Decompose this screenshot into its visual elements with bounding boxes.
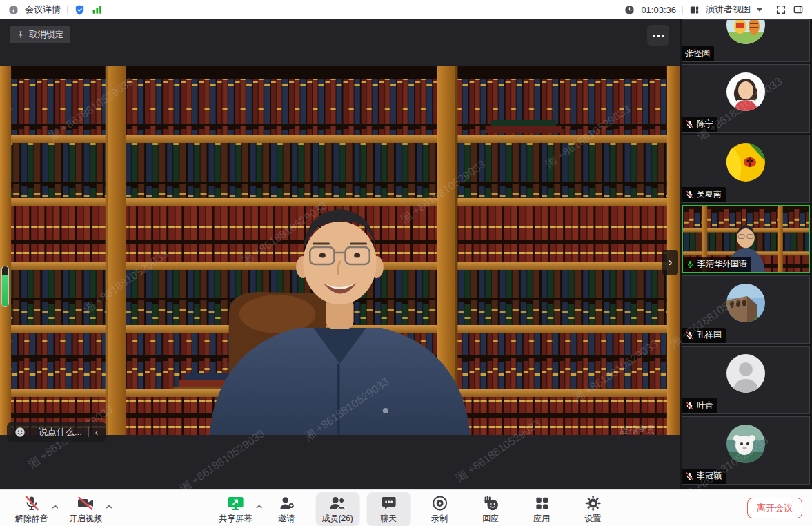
- mic-muted-icon: [685, 190, 694, 199]
- settings-gear-icon: [584, 494, 601, 512]
- mic-muted-icon: [685, 401, 694, 410]
- toolbar-item-label: 解除静音: [15, 513, 48, 525]
- start-video-button[interactable]: 开启视频: [63, 492, 108, 526]
- mic-muted-icon: [23, 494, 40, 512]
- toolbar-item-label: 应用: [533, 513, 550, 525]
- toolbar-item-label: 设置: [584, 513, 601, 525]
- participant-name: 李清华外国语: [697, 258, 747, 270]
- network-signal-icon[interactable]: [92, 5, 103, 14]
- mic-muted-icon: [685, 119, 694, 128]
- reaction-button[interactable]: 回应: [468, 492, 513, 526]
- participant-nametag: 吴夏南: [682, 187, 726, 202]
- divider: [88, 427, 89, 437]
- security-shield-icon[interactable]: [74, 4, 86, 16]
- participant-name: 李冠颖: [697, 470, 722, 482]
- layout-view-icon: [689, 5, 700, 15]
- info-icon[interactable]: [8, 5, 19, 15]
- toolbar-item-label: 开启视频: [69, 513, 102, 525]
- toolbar-item-label: 成员(26): [321, 513, 353, 525]
- participant-name: 吴夏南: [697, 188, 722, 200]
- divider: [682, 6, 683, 14]
- participant-nametag: 张怪陶: [682, 46, 714, 61]
- participant-nametag: 孔祥国: [682, 328, 726, 343]
- bottom-toolbar: 解除静音 开启视频 共享屏幕: [0, 489, 812, 526]
- avatar: [726, 354, 765, 393]
- virtual-background-label: 虚拟背景: [620, 424, 655, 436]
- chevron-down-icon[interactable]: [757, 8, 762, 12]
- participant-name: 叶青: [697, 400, 713, 411]
- chevron-left-icon[interactable]: ‹: [95, 427, 99, 437]
- unlock-button[interactable]: 取消锁定: [10, 26, 70, 43]
- participant-nametag: 叶青: [682, 398, 717, 413]
- view-mode-label[interactable]: 演讲者视图: [706, 3, 751, 16]
- pin-icon: [17, 30, 25, 39]
- emoji-icon[interactable]: [14, 427, 26, 438]
- participant-name: 陈宁: [697, 118, 713, 130]
- chat-icon: [380, 494, 397, 512]
- members-button[interactable]: 成员(26): [315, 492, 359, 526]
- settings-button[interactable]: 设置: [571, 492, 615, 526]
- more-options-button[interactable]: [647, 25, 669, 46]
- apps-icon: [534, 494, 549, 512]
- audio-level-indicator: [1, 266, 9, 307]
- unmute-button[interactable]: 解除静音: [10, 492, 54, 526]
- toolbar-item-label: 录制: [431, 513, 448, 525]
- chevron-up-icon[interactable]: [106, 500, 112, 512]
- participant-tile[interactable]: 孔祥国: [682, 275, 810, 344]
- chat-button[interactable]: 聊天: [366, 492, 410, 526]
- main-stage: 取消锁定 说点什么... ‹ 虚拟背景 ›: [0, 19, 680, 490]
- toolbar-item-label: 聊天: [380, 513, 397, 525]
- members-icon: [328, 494, 346, 512]
- divider: [67, 6, 68, 14]
- chevron-up-icon[interactable]: [255, 500, 262, 512]
- share-screen-button[interactable]: 共享屏幕: [213, 492, 257, 526]
- avatar: [726, 19, 765, 44]
- participant-tile[interactable]: 张怪陶: [682, 19, 810, 62]
- toolbar-item-label: 回应: [482, 513, 499, 525]
- avatar: [726, 425, 765, 463]
- leave-meeting-button[interactable]: 离开会议: [747, 498, 802, 518]
- speaker-video: [0, 66, 680, 435]
- avatar: [726, 72, 765, 111]
- apps-button[interactable]: 应用: [519, 492, 564, 526]
- meeting-window: 会议详情 01:03:36 演讲者视图: [0, 0, 812, 526]
- mic-muted-icon: [685, 331, 694, 340]
- collapse-sidebar-button[interactable]: ›: [662, 250, 678, 275]
- clock-icon: [624, 5, 635, 15]
- audio-level-fill: [2, 275, 8, 306]
- chat-input-placeholder[interactable]: 说点什么...: [39, 426, 82, 438]
- fullscreen-icon[interactable]: [775, 4, 786, 15]
- meeting-details-label[interactable]: 会议详情: [25, 3, 61, 16]
- mic-active-icon: [686, 260, 695, 269]
- participant-name: 孔祥国: [697, 329, 722, 341]
- participant-tile-active-speaker[interactable]: 李清华外国语: [682, 205, 810, 273]
- divider: [32, 427, 32, 437]
- screen-share-icon: [226, 494, 244, 512]
- meeting-duration: 01:03:36: [641, 5, 676, 15]
- participant-nametag: 李冠颖: [682, 469, 726, 484]
- record-icon: [431, 494, 448, 512]
- toolbar-item-label: 共享屏幕: [219, 513, 252, 525]
- participant-tile[interactable]: 吴夏南: [682, 135, 810, 203]
- participants-sidebar: 张怪陶 陈宁: [680, 19, 812, 490]
- participant-name: 张怪陶: [685, 48, 710, 59]
- reaction-icon: [482, 494, 499, 512]
- avatar: [726, 284, 765, 322]
- unlock-label: 取消锁定: [29, 29, 63, 41]
- side-panel-toggle-icon[interactable]: [793, 4, 804, 15]
- record-button[interactable]: 录制: [417, 492, 462, 526]
- participant-tile[interactable]: 李冠颖: [682, 416, 810, 485]
- participant-tile[interactable]: 陈宁: [682, 64, 810, 133]
- content-area: 取消锁定 说点什么... ‹ 虚拟背景 ›: [0, 19, 812, 490]
- participant-nametag: 陈宁: [682, 117, 717, 132]
- mic-muted-icon: [685, 471, 694, 480]
- chevron-up-icon[interactable]: [52, 500, 59, 512]
- divider: [769, 6, 769, 14]
- participant-nametag: 李清华外国语: [683, 257, 751, 272]
- participant-tile[interactable]: 叶青: [682, 346, 810, 414]
- top-bar: 会议详情 01:03:36 演讲者视图: [0, 0, 812, 19]
- invite-button[interactable]: 邀请: [264, 492, 308, 526]
- invite-icon: [278, 494, 295, 512]
- quick-chat-bar[interactable]: 说点什么... ‹: [7, 422, 106, 442]
- avatar: [726, 143, 765, 182]
